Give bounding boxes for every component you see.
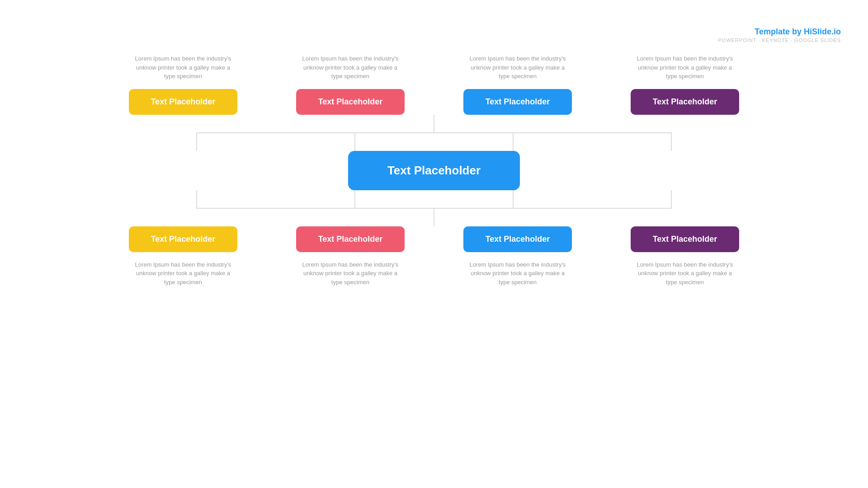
center-node-button[interactable]: Text Placeholder: [348, 151, 520, 190]
top-node-button-1[interactable]: Text Placeholder: [296, 89, 405, 115]
top-node-col-2: Lorem Ipsum has been the industry's unkn…: [452, 54, 583, 115]
bottom-node-col-2: Text PlaceholderLorem Ipsum has been the…: [452, 226, 583, 287]
watermark-brand: HiSlide.io: [804, 27, 841, 36]
bottom-node-col-1: Text PlaceholderLorem Ipsum has been the…: [285, 226, 416, 287]
top-connector: [118, 115, 750, 151]
diagram: Lorem Ipsum has been the industry's unkn…: [0, 54, 868, 488]
bottom-node-desc-0: Lorem Ipsum has been the industry's unkn…: [133, 260, 233, 287]
top-node-desc-0: Lorem Ipsum has been the industry's unkn…: [133, 54, 233, 81]
bottom-connector: [118, 190, 750, 226]
bottom-node-col-3: Text PlaceholderLorem Ipsum has been the…: [619, 226, 750, 287]
bottom-node-button-0[interactable]: Text Placeholder: [129, 226, 237, 252]
top-node-button-3[interactable]: Text Placeholder: [631, 89, 739, 115]
bottom-node-desc-1: Lorem Ipsum has been the industry's unkn…: [301, 260, 400, 287]
watermark-prefix: Template by: [755, 27, 804, 36]
top-node-col-3: Lorem Ipsum has been the industry's unkn…: [619, 54, 750, 115]
center-node-wrapper: Text Placeholder: [348, 151, 520, 190]
top-node-desc-2: Lorem Ipsum has been the industry's unkn…: [468, 54, 567, 81]
bottom-node-desc-2: Lorem Ipsum has been the industry's unkn…: [468, 260, 567, 287]
bottom-node-col-0: Text PlaceholderLorem Ipsum has been the…: [118, 226, 249, 287]
top-row: Lorem Ipsum has been the industry's unkn…: [118, 54, 750, 115]
top-node-button-2[interactable]: Text Placeholder: [463, 89, 572, 115]
top-node-col-0: Lorem Ipsum has been the industry's unkn…: [118, 54, 249, 115]
watermark-line1: Template by HiSlide.io: [718, 27, 841, 37]
watermark: Template by HiSlide.io POWERPOINT · KEYN…: [718, 27, 841, 43]
bottom-row: Text PlaceholderLorem Ipsum has been the…: [118, 226, 750, 287]
bottom-node-desc-3: Lorem Ipsum has been the industry's unkn…: [635, 260, 735, 287]
top-node-desc-3: Lorem Ipsum has been the industry's unkn…: [635, 54, 735, 81]
watermark-line2: POWERPOINT · KEYNOTE · GOOGLE SLIDES: [718, 38, 841, 43]
bottom-node-button-3[interactable]: Text Placeholder: [631, 226, 739, 252]
bottom-node-button-1[interactable]: Text Placeholder: [296, 226, 405, 252]
top-node-desc-1: Lorem Ipsum has been the industry's unkn…: [301, 54, 400, 81]
top-node-col-1: Lorem Ipsum has been the industry's unkn…: [285, 54, 416, 115]
top-node-button-0[interactable]: Text Placeholder: [129, 89, 237, 115]
bottom-node-button-2[interactable]: Text Placeholder: [463, 226, 572, 252]
